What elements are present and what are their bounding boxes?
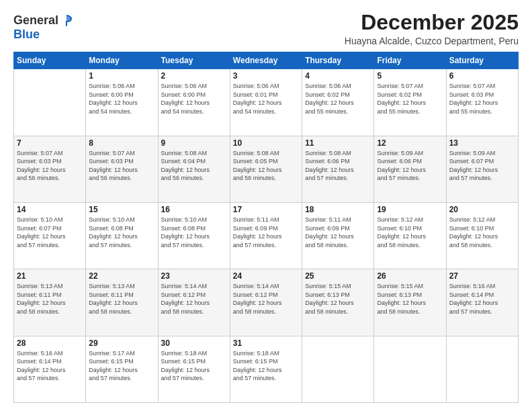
calendar-cell: 14Sunrise: 5:10 AM Sunset: 6:07 PM Dayli… — [14, 202, 86, 269]
cell-info: Sunrise: 5:17 AM Sunset: 6:15 PM Dayligh… — [89, 349, 154, 383]
day-number: 7 — [17, 138, 83, 148]
day-number: 23 — [161, 271, 227, 281]
day-number: 22 — [89, 271, 154, 281]
day-number: 8 — [89, 138, 154, 148]
calendar-cell: 20Sunrise: 5:12 AM Sunset: 6:10 PM Dayli… — [446, 202, 518, 269]
calendar-cell — [14, 69, 86, 136]
calendar-cell: 6Sunrise: 5:07 AM Sunset: 6:03 PM Daylig… — [446, 69, 518, 136]
day-number: 19 — [377, 205, 443, 214]
day-number: 11 — [305, 138, 371, 148]
cell-info: Sunrise: 5:07 AM Sunset: 6:03 PM Dayligh… — [89, 149, 154, 183]
cell-info: Sunrise: 5:10 AM Sunset: 6:08 PM Dayligh… — [161, 216, 227, 249]
day-number: 13 — [449, 138, 515, 148]
calendar-cell: 1Sunrise: 5:06 AM Sunset: 6:00 PM Daylig… — [86, 69, 158, 136]
cell-info: Sunrise: 5:18 AM Sunset: 6:15 PM Dayligh… — [233, 349, 299, 383]
day-number: 27 — [449, 271, 515, 281]
cell-info: Sunrise: 5:15 AM Sunset: 6:13 PM Dayligh… — [377, 282, 443, 316]
cell-info: Sunrise: 5:08 AM Sunset: 6:05 PM Dayligh… — [233, 149, 299, 183]
cell-info: Sunrise: 5:07 AM Sunset: 6:03 PM Dayligh… — [17, 149, 83, 183]
cell-info: Sunrise: 5:11 AM Sunset: 6:09 PM Dayligh… — [305, 216, 371, 249]
title-section: December 2025 Huayna Alcalde, Cuzco Depa… — [345, 11, 519, 46]
day-number: 26 — [377, 271, 443, 281]
day-number: 24 — [233, 271, 299, 281]
calendar-week-4: 21Sunrise: 5:13 AM Sunset: 6:11 PM Dayli… — [14, 269, 519, 336]
day-number: 2 — [161, 71, 227, 81]
cell-info: Sunrise: 5:07 AM Sunset: 6:03 PM Dayligh… — [449, 82, 515, 116]
weekday-header-sunday: Sunday — [14, 52, 86, 69]
cell-info: Sunrise: 5:08 AM Sunset: 6:04 PM Dayligh… — [161, 149, 227, 183]
cell-info: Sunrise: 5:10 AM Sunset: 6:08 PM Dayligh… — [89, 216, 154, 249]
calendar-cell: 28Sunrise: 5:16 AM Sunset: 6:14 PM Dayli… — [14, 336, 86, 402]
day-number: 16 — [161, 205, 227, 214]
calendar-cell: 29Sunrise: 5:17 AM Sunset: 6:15 PM Dayli… — [86, 336, 158, 402]
weekday-header-wednesday: Wednesday — [230, 52, 302, 69]
calendar-week-1: 1Sunrise: 5:06 AM Sunset: 6:00 PM Daylig… — [14, 69, 519, 136]
day-number: 12 — [377, 138, 443, 148]
day-number: 15 — [89, 205, 154, 214]
weekday-header-tuesday: Tuesday — [158, 52, 230, 69]
weekday-header-friday: Friday — [374, 52, 446, 69]
weekday-header-monday: Monday — [86, 52, 158, 69]
cell-info: Sunrise: 5:14 AM Sunset: 6:12 PM Dayligh… — [161, 282, 227, 316]
day-number: 31 — [233, 338, 299, 348]
calendar-cell: 10Sunrise: 5:08 AM Sunset: 6:05 PM Dayli… — [230, 136, 302, 202]
calendar-cell: 22Sunrise: 5:13 AM Sunset: 6:11 PM Dayli… — [86, 269, 158, 336]
weekday-header-thursday: Thursday — [302, 52, 374, 69]
calendar-cell: 23Sunrise: 5:14 AM Sunset: 6:12 PM Dayli… — [158, 269, 230, 336]
cell-info: Sunrise: 5:06 AM Sunset: 6:00 PM Dayligh… — [89, 82, 154, 116]
calendar-cell: 11Sunrise: 5:08 AM Sunset: 6:06 PM Dayli… — [302, 136, 374, 202]
day-number: 10 — [233, 138, 299, 148]
page: General Blue December 2025 Huayna Alcald… — [0, 0, 532, 411]
cell-info: Sunrise: 5:15 AM Sunset: 6:13 PM Dayligh… — [305, 282, 371, 316]
calendar-cell: 30Sunrise: 5:18 AM Sunset: 6:15 PM Dayli… — [158, 336, 230, 402]
logo-blue: Blue — [13, 28, 40, 42]
day-number: 18 — [305, 205, 371, 214]
day-number: 6 — [449, 71, 515, 81]
main-title: December 2025 — [345, 11, 519, 34]
cell-info: Sunrise: 5:09 AM Sunset: 6:07 PM Dayligh… — [449, 149, 515, 183]
calendar-cell: 25Sunrise: 5:15 AM Sunset: 6:13 PM Dayli… — [302, 269, 374, 336]
day-number: 17 — [233, 205, 299, 214]
cell-info: Sunrise: 5:13 AM Sunset: 6:11 PM Dayligh… — [89, 282, 154, 316]
day-number: 1 — [89, 71, 154, 81]
cell-info: Sunrise: 5:06 AM Sunset: 6:02 PM Dayligh… — [305, 82, 371, 116]
calendar-cell: 4Sunrise: 5:06 AM Sunset: 6:02 PM Daylig… — [302, 69, 374, 136]
cell-info: Sunrise: 5:13 AM Sunset: 6:11 PM Dayligh… — [17, 282, 83, 316]
calendar-table: SundayMondayTuesdayWednesdayThursdayFrid… — [13, 52, 519, 403]
calendar-cell: 31Sunrise: 5:18 AM Sunset: 6:15 PM Dayli… — [230, 336, 302, 402]
cell-info: Sunrise: 5:08 AM Sunset: 6:06 PM Dayligh… — [305, 149, 371, 183]
cell-info: Sunrise: 5:14 AM Sunset: 6:12 PM Dayligh… — [233, 282, 299, 316]
header: General Blue December 2025 Huayna Alcald… — [13, 11, 519, 46]
day-number: 29 — [89, 338, 154, 348]
day-number: 25 — [305, 271, 371, 281]
calendar-cell — [374, 336, 446, 402]
calendar-cell: 26Sunrise: 5:15 AM Sunset: 6:13 PM Dayli… — [374, 269, 446, 336]
cell-info: Sunrise: 5:11 AM Sunset: 6:09 PM Dayligh… — [233, 216, 299, 249]
calendar-cell: 24Sunrise: 5:14 AM Sunset: 6:12 PM Dayli… — [230, 269, 302, 336]
day-number: 21 — [17, 271, 83, 281]
day-number: 28 — [17, 338, 83, 348]
calendar-week-5: 28Sunrise: 5:16 AM Sunset: 6:14 PM Dayli… — [14, 336, 519, 402]
calendar-cell: 12Sunrise: 5:09 AM Sunset: 6:06 PM Dayli… — [374, 136, 446, 202]
cell-info: Sunrise: 5:12 AM Sunset: 6:10 PM Dayligh… — [377, 216, 443, 249]
calendar-cell: 2Sunrise: 5:06 AM Sunset: 6:00 PM Daylig… — [158, 69, 230, 136]
day-number: 14 — [17, 205, 83, 214]
weekday-header-saturday: Saturday — [446, 52, 518, 69]
cell-info: Sunrise: 5:07 AM Sunset: 6:02 PM Dayligh… — [377, 82, 443, 116]
calendar-cell: 21Sunrise: 5:13 AM Sunset: 6:11 PM Dayli… — [14, 269, 86, 336]
cell-info: Sunrise: 5:06 AM Sunset: 6:00 PM Dayligh… — [161, 82, 227, 116]
calendar-cell: 16Sunrise: 5:10 AM Sunset: 6:08 PM Dayli… — [158, 202, 230, 269]
calendar-cell: 27Sunrise: 5:16 AM Sunset: 6:14 PM Dayli… — [446, 269, 518, 336]
day-number: 5 — [377, 71, 443, 81]
calendar-cell — [446, 336, 518, 402]
cell-info: Sunrise: 5:06 AM Sunset: 6:01 PM Dayligh… — [233, 82, 299, 116]
cell-info: Sunrise: 5:09 AM Sunset: 6:06 PM Dayligh… — [377, 149, 443, 183]
cell-info: Sunrise: 5:12 AM Sunset: 6:10 PM Dayligh… — [449, 216, 515, 249]
calendar-cell: 7Sunrise: 5:07 AM Sunset: 6:03 PM Daylig… — [14, 136, 86, 202]
calendar-cell: 9Sunrise: 5:08 AM Sunset: 6:04 PM Daylig… — [158, 136, 230, 202]
calendar-cell: 15Sunrise: 5:10 AM Sunset: 6:08 PM Dayli… — [86, 202, 158, 269]
calendar-cell: 3Sunrise: 5:06 AM Sunset: 6:01 PM Daylig… — [230, 69, 302, 136]
day-number: 30 — [161, 338, 227, 348]
day-number: 3 — [233, 71, 299, 81]
calendar-cell: 5Sunrise: 5:07 AM Sunset: 6:02 PM Daylig… — [374, 69, 446, 136]
